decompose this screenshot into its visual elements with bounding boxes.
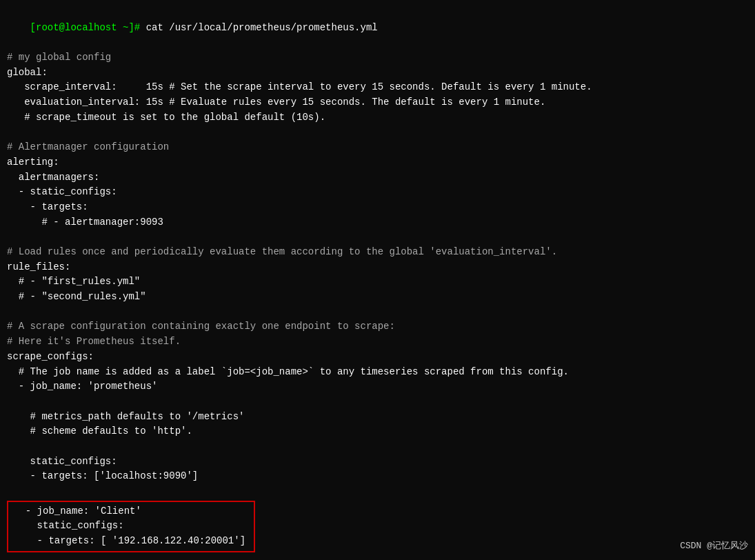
line-12: # - alertmanager:9093 [7,215,748,230]
line-28: static_configs: [7,454,748,470]
line-14: # Load rules once and periodically evalu… [7,245,748,260]
line-25: # metrics_path defaults to '/metrics' [7,410,748,425]
line-2: global: [7,66,748,81]
line-6 [7,126,748,141]
line-3: scrape_interval: 15s # Set the scrape in… [7,80,748,95]
line-7: # Alertmanager configuration [7,140,748,155]
line-32: static_configs: [14,519,248,534]
line-30 [7,484,748,499]
line-8: alerting: [7,155,748,170]
line-33: - targets: [ '192.168.122.40:20001'] [14,534,248,549]
line-15: rule_files: [7,260,748,275]
line-18 [7,305,748,320]
line-9: alertmanagers: [7,170,748,186]
line-21: scrape_configs: [7,350,748,365]
line-13 [7,230,748,245]
line-26: # scheme defaults to 'http'. [7,424,748,439]
line-34 [7,554,748,560]
highlighted-client-block: - job_name: 'Client' static_configs: - t… [7,501,255,552]
line-10: - static_configs: [7,185,748,200]
line-1: # my global config [7,50,748,66]
line-16: # - "first_rules.yml" [7,274,748,290]
terminal-line-command: [root@localhost ~]# cat /usr/local/prome… [7,6,748,50]
watermark: CSDN @记忆风沙 [680,539,748,552]
line-23: - job_name: 'prometheus' [7,379,748,394]
line-31: - job_name: 'Client' [14,504,248,519]
line-24 [7,394,748,410]
line-19: # A scrape configuration containing exac… [7,319,748,334]
line-17: # - "second_rules.yml" [7,290,748,305]
line-20: # Here it's Prometheus itself. [7,334,748,350]
prompt: [root@localhost ~]# [30,22,141,33]
terminal-window: [root@localhost ~]# cat /usr/local/prome… [0,0,755,560]
line-11: - targets: [7,200,748,215]
line-4: evaluation_interval: 15s # Evaluate rule… [7,95,748,110]
line-29: - targets: ['localhost:9090'] [7,469,748,484]
line-5: # scrape_timeout is set to the global de… [7,110,748,126]
line-27 [7,439,748,454]
line-22: # The job name is added as a label `job=… [7,365,748,380]
